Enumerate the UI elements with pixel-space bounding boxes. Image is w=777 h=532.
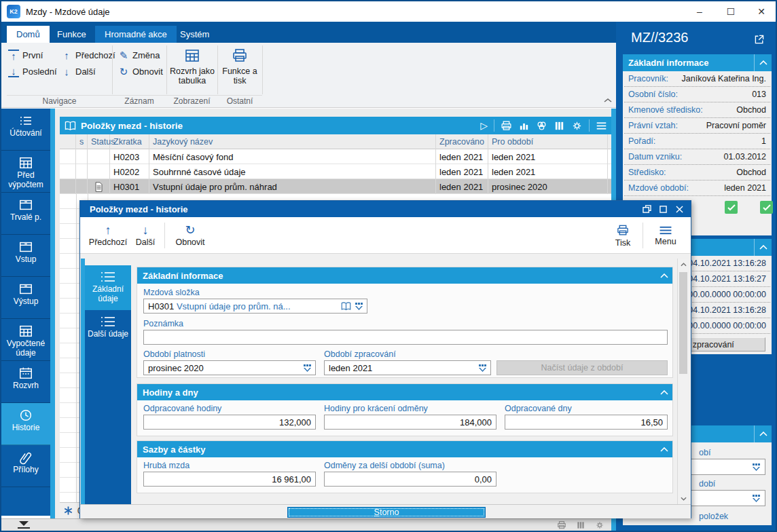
dropdown-icon[interactable] bbox=[302, 364, 312, 373]
dialog-tab-zakladni-udaje[interactable]: Základní údaje bbox=[85, 265, 131, 310]
tab-system[interactable]: Systém bbox=[170, 26, 219, 43]
maximize-button[interactable]: ☐ bbox=[719, 1, 743, 22]
dialog-menu-button[interactable]: Menu bbox=[649, 219, 683, 252]
processing-period-combo[interactable]: leden 2021 bbox=[324, 360, 491, 375]
sidebar-item-pred-vypoctem[interactable]: Před výpočtem bbox=[1, 151, 50, 193]
chevron-up-icon[interactable] bbox=[754, 425, 772, 442]
sidebar-splitter[interactable] bbox=[50, 109, 55, 531]
dropdown-icon[interactable] bbox=[354, 302, 364, 311]
table-row[interactable]: H0203 Měsíční časový fond leden 2021 led… bbox=[60, 149, 611, 164]
columns-icon[interactable] bbox=[554, 120, 565, 132]
group-label-ostatni: Ostatní bbox=[217, 95, 262, 107]
gear-icon[interactable] bbox=[571, 120, 583, 132]
worked-hours-input[interactable] bbox=[143, 415, 316, 430]
sidebar-item-vystup[interactable]: Výstup bbox=[1, 277, 50, 319]
venn-icon[interactable] bbox=[536, 120, 547, 132]
chevron-up-icon[interactable] bbox=[754, 239, 772, 256]
longer-period-bonus-input[interactable] bbox=[324, 472, 496, 487]
dialog-previous-button[interactable]: ↑Předchozí bbox=[88, 219, 128, 252]
checkbox-checked[interactable] bbox=[725, 201, 738, 214]
schedule-as-table-button[interactable]: Rozvrh jako tabulka bbox=[168, 45, 216, 93]
col-s[interactable]: s bbox=[76, 134, 88, 149]
list-icon bbox=[85, 265, 131, 284]
dock-icon[interactable] bbox=[638, 201, 655, 217]
storno-button[interactable]: Storno bbox=[287, 507, 486, 518]
col-status[interactable]: Status bbox=[88, 134, 110, 149]
maximize-icon[interactable] bbox=[654, 201, 672, 217]
collapse-ribbon-icon[interactable] bbox=[603, 98, 613, 103]
worked-days-input[interactable] bbox=[505, 415, 668, 430]
run-icon[interactable]: ▷ bbox=[480, 120, 488, 131]
scroll-thumb[interactable] bbox=[679, 272, 687, 374]
close-icon[interactable] bbox=[670, 201, 688, 217]
chart-icon[interactable] bbox=[518, 120, 530, 132]
dialog-refresh-button[interactable]: ↻Obnovit bbox=[171, 219, 209, 252]
dialog-tab-filler bbox=[85, 355, 131, 504]
functions-print-button[interactable]: Funkce a tisk bbox=[219, 45, 261, 93]
refresh-icon: ↻ bbox=[118, 66, 129, 77]
dropdown-icon bbox=[751, 494, 761, 503]
dialog-tab-dalsi-udaje[interactable]: Další údaje bbox=[85, 310, 131, 355]
sidebar-item-rozvrh[interactable]: Rozvrh bbox=[1, 361, 50, 403]
collapse-sidebar-icon[interactable] bbox=[19, 521, 29, 526]
arrow-down-bar-icon: ↓ bbox=[8, 66, 19, 77]
book-icon[interactable] bbox=[341, 302, 351, 311]
checkbox-checked[interactable] bbox=[760, 201, 773, 214]
chevron-up-icon[interactable] bbox=[660, 384, 668, 400]
previous-button[interactable]: ↑Předchozí bbox=[61, 48, 115, 62]
chevron-up-icon[interactable] bbox=[660, 267, 668, 284]
panel-title: Položky mezd - historie bbox=[81, 121, 183, 131]
dialog-next-button[interactable]: ↓Další bbox=[132, 219, 159, 252]
first-button[interactable]: ↑První bbox=[8, 48, 43, 62]
close-button[interactable]: ✕ bbox=[749, 1, 774, 22]
scroll-down-icon[interactable] bbox=[678, 493, 689, 504]
load-from-period-button[interactable]: Načíst údaje z období bbox=[496, 360, 668, 375]
col-pro-obdobi[interactable]: Pro období bbox=[488, 134, 608, 149]
col-jazykovy-nazev[interactable]: Jazykový název bbox=[149, 134, 436, 149]
refresh-button[interactable]: ↻Obnovit bbox=[118, 64, 163, 79]
open-external-icon[interactable] bbox=[754, 34, 765, 45]
next-button[interactable]: ↓Další bbox=[61, 64, 96, 79]
chevron-up-icon[interactable] bbox=[754, 54, 772, 71]
field-label: Období zpracování bbox=[324, 349, 396, 359]
chevron-up-icon[interactable] bbox=[660, 441, 668, 457]
info-row: Mzdové období:leden 2021 bbox=[624, 180, 770, 196]
note-input[interactable] bbox=[143, 330, 668, 345]
dialog-scrollbar[interactable] bbox=[677, 259, 688, 504]
sidebar-item-trvale-p[interactable]: Trvalé p. bbox=[1, 193, 50, 235]
quick-print-icon[interactable] bbox=[557, 520, 566, 530]
minimize-button[interactable]: – bbox=[687, 1, 712, 22]
quick-gear-icon[interactable] bbox=[595, 520, 604, 530]
section-basic-info-header[interactable]: Základní informace bbox=[623, 54, 772, 71]
quick-columns-icon[interactable] bbox=[576, 520, 585, 530]
sidebar-item-prilohy[interactable]: Přílohy bbox=[1, 445, 50, 487]
tab-hromadne-akce[interactable]: Hromadné akce bbox=[95, 26, 177, 43]
menu-icon[interactable] bbox=[596, 121, 607, 131]
field-label-fragment: obí bbox=[699, 448, 710, 457]
last-button[interactable]: ↓Poslední bbox=[8, 64, 57, 79]
col-zpracovano[interactable]: Zpracováno bbox=[436, 134, 488, 149]
sidebar-item-uctovani[interactable]: Účtování bbox=[1, 109, 50, 151]
asterisk-icon bbox=[63, 506, 73, 516]
table-row-selected[interactable]: H0301 Vstupní údaje pro prům. náhrad led… bbox=[60, 179, 611, 194]
table-row[interactable]: H0202 Souhrnné časové údaje leden 2021 l… bbox=[60, 164, 611, 179]
reduction-hours-input[interactable] bbox=[324, 415, 496, 430]
print-icon[interactable] bbox=[501, 120, 512, 132]
scroll-up-icon[interactable] bbox=[678, 259, 689, 270]
arrow-down-icon: ↓ bbox=[143, 224, 149, 236]
sidebar-item-historie[interactable]: Historie bbox=[1, 403, 50, 445]
validity-period-combo[interactable]: prosinec 2020 bbox=[143, 360, 316, 375]
tab-domu[interactable]: Domů bbox=[7, 26, 50, 43]
sidebar-item-vstup[interactable]: Vstup bbox=[1, 235, 50, 277]
info-row: Právní vztah:Pracovní poměr bbox=[624, 118, 770, 134]
tab-funkce[interactable]: Funkce bbox=[48, 26, 96, 43]
info-row: Pracovník:Janíková Kateřina Ing. bbox=[624, 71, 770, 87]
col-zkratka[interactable]: Zkratka bbox=[110, 134, 149, 149]
gross-wage-input[interactable] bbox=[143, 472, 316, 487]
dialog-print-button[interactable]: Tisk bbox=[608, 219, 638, 252]
sidebar-item-vypoctene-udaje[interactable]: Vypočtené údaje bbox=[1, 319, 50, 361]
wage-component-combo[interactable]: H0301 Vstupní údaje pro prům. ná... bbox=[143, 299, 367, 314]
table-grid-icon bbox=[184, 48, 200, 64]
change-button[interactable]: ✎Změna bbox=[118, 48, 160, 62]
dropdown-icon[interactable] bbox=[477, 364, 488, 373]
